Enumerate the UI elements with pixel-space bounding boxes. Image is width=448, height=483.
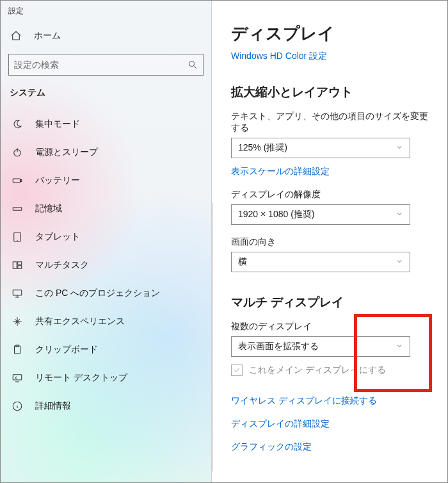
svg-rect-7 [13, 262, 17, 269]
power-icon [11, 146, 24, 159]
chevron-down-icon [396, 341, 403, 352]
nav-home[interactable]: ホーム [1, 22, 211, 50]
svg-point-5 [15, 209, 15, 209]
projection-icon [11, 287, 24, 300]
sidebar-item-label: 電源とスリープ [35, 147, 202, 158]
scale-dropdown[interactable]: 125% (推奨) [231, 138, 410, 158]
sidebar-item-label: マルチタスク [35, 259, 202, 271]
page-title: ディスプレイ [231, 22, 435, 45]
orientation-label: 画面の向き [231, 236, 435, 248]
svg-rect-8 [18, 262, 22, 265]
orientation-value: 横 [238, 256, 247, 268]
bottom-links: ワイヤレス ディスプレイに接続する ディスプレイの詳細設定 グラフィックの設定 [231, 395, 435, 453]
sidebar-item-label: バッテリー [35, 175, 202, 186]
shared-icon [11, 315, 24, 328]
home-icon [10, 29, 22, 42]
content-pane: ディスプレイ Windows HD Color 設定 拡大縮小とレイアウト テキ… [212, 1, 447, 482]
svg-rect-4 [13, 208, 22, 211]
orientation-dropdown[interactable]: 横 [231, 252, 410, 272]
info-icon [11, 400, 24, 413]
multi-value: 表示画面を拡張する [238, 341, 319, 352]
main-display-checkbox-row: これをメイン ディスプレイにする [231, 364, 435, 376]
sidebar-category: システム [1, 82, 211, 110]
graphics-link[interactable]: グラフィックの設定 [231, 441, 435, 453]
clipboard-icon [11, 343, 24, 356]
storage-icon [11, 202, 24, 215]
section-scale: 拡大縮小とレイアウト [231, 84, 435, 101]
search-input[interactable] [14, 60, 188, 70]
multitask-icon [11, 259, 24, 272]
multi-label: 複数のディスプレイ [231, 321, 435, 332]
app-title: 設定 [1, 4, 211, 22]
svg-rect-3 [20, 180, 22, 182]
sidebar-item-projection[interactable]: この PC へのプロジェクション [1, 279, 211, 307]
sidebar-item-focus[interactable]: 集中モード [1, 110, 211, 138]
sidebar-item-label: タブレット [35, 231, 202, 243]
resolution-dropdown[interactable]: 1920 × 1080 (推奨) [231, 204, 410, 225]
resolution-label: ディスプレイの解像度 [231, 189, 435, 201]
sidebar-item-clipboard[interactable]: クリップボード [1, 336, 211, 364]
search-icon [188, 60, 198, 70]
resolution-value: 1920 × 1080 (推奨) [238, 209, 314, 220]
sidebar-item-shared[interactable]: 共有エクスペリエンス [1, 307, 211, 336]
chevron-down-icon [396, 143, 403, 153]
sidebar-item-info[interactable]: 詳細情報 [1, 392, 211, 420]
sidebar-item-power[interactable]: 電源とスリープ [1, 138, 211, 167]
svg-point-0 [189, 61, 195, 67]
svg-rect-9 [18, 266, 22, 269]
sidebar-item-label: リモート デスクトップ [35, 372, 202, 384]
sidebar-item-tablet[interactable]: タブレット [1, 223, 211, 251]
remote-icon [11, 372, 24, 384]
svg-rect-13 [13, 375, 22, 380]
sidebar-item-multitask[interactable]: マルチタスク [1, 251, 211, 279]
advanced-display-link[interactable]: ディスプレイの詳細設定 [231, 418, 435, 430]
sidebar-item-battery[interactable]: バッテリー [1, 167, 211, 195]
chevron-down-icon [396, 209, 403, 220]
sidebar: 設定 ホーム システム 集中モード 電源とスリープ [1, 1, 212, 482]
search-wrap [1, 50, 211, 82]
settings-window: 設定 ホーム システム 集中モード 電源とスリープ [0, 0, 448, 483]
svg-rect-10 [13, 290, 22, 295]
sidebar-item-label: この PC へのプロジェクション [35, 288, 202, 299]
multi-display-dropdown[interactable]: 表示画面を拡張する [231, 336, 410, 357]
sidebar-item-storage[interactable]: 記憶域 [1, 195, 211, 223]
wireless-link[interactable]: ワイヤレス ディスプレイに接続する [231, 395, 435, 407]
sidebar-item-remote[interactable]: リモート デスクトップ [1, 364, 211, 392]
scale-label: テキスト、アプリ、その他の項目のサイズを変更する [231, 111, 435, 134]
sidebar-item-label: 詳細情報 [35, 400, 202, 412]
svg-rect-2 [13, 179, 20, 183]
tablet-icon [11, 231, 24, 243]
scroll-indicator[interactable] [212, 202, 216, 471]
sidebar-item-label: 記憶域 [35, 203, 202, 215]
chevron-down-icon [396, 257, 403, 267]
moon-icon [11, 118, 24, 131]
sidebar-item-label: 集中モード [35, 119, 202, 130]
search-box[interactable] [8, 54, 204, 76]
nav-home-label: ホーム [34, 30, 202, 42]
scale-value: 125% (推奨) [238, 142, 287, 154]
scale-advanced-link[interactable]: 表示スケールの詳細設定 [231, 166, 435, 177]
main-display-label: これをメイン ディスプレイにする [249, 364, 386, 376]
hd-color-link[interactable]: Windows HD Color 設定 [231, 51, 327, 62]
section-multi: マルチ ディスプレイ [231, 294, 435, 311]
sidebar-item-label: 共有エクスペリエンス [35, 316, 202, 327]
battery-icon [11, 174, 24, 187]
sidebar-item-label: クリップボード [35, 344, 202, 356]
sidebar-nav-list: 集中モード 電源とスリープ バッテリー 記憶域 タブレット マルチタスク [1, 110, 211, 420]
main-display-checkbox[interactable] [231, 364, 243, 376]
